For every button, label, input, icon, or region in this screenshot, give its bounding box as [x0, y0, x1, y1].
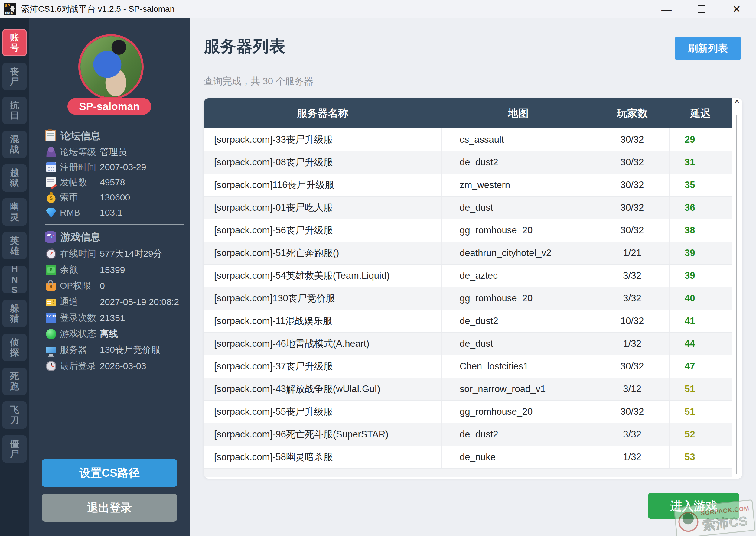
info-row-登录次数: 12 34登录次数21351 [29, 310, 189, 326]
map-cell: de_dust2 [441, 310, 595, 332]
server-row[interactable]: [sorpack.com]-55丧尸升级服gg_romhouse_2030/32… [204, 401, 732, 423]
info-value: 103.1 [100, 207, 122, 218]
server-row[interactable]: [sorpack.com]130丧尸竞价服gg_romhouse_203/324… [204, 287, 732, 310]
sidebar-tab-英雄[interactable]: 英雄 [2, 232, 27, 259]
ball-icon [46, 329, 56, 339]
info-label: 注册时间 [60, 161, 100, 174]
info-label: 索币 [60, 191, 100, 204]
info-row-在线时间: 在线时间577天14时29分 [29, 246, 189, 262]
server-row[interactable]: [sorpack.com]-08丧尸升级服de_dust230/3231 [204, 151, 732, 174]
server-row[interactable]: [sorpack.com]116丧尸升级服zm_western30/3235 [204, 174, 732, 196]
info-row-通道: 通道2027-05-19 20:08:2 [29, 294, 189, 310]
person-icon [46, 147, 56, 157]
info-value: 2027-05-19 20:08:2 [100, 297, 179, 307]
ping-cell: 51 [670, 378, 732, 400]
logout-button[interactable]: 退出登录 [42, 494, 177, 522]
players-cell: 1/21 [595, 242, 670, 264]
titlebar: SP CS1.6 索沛CS1.6对战平台 v1.2.5 - SP-saloman… [0, 0, 756, 18]
info-label: 服务器 [60, 344, 100, 356]
server-row[interactable]: [sorpack.com]-11混战娱乐服de_dust210/3241 [204, 310, 732, 333]
sidebar-tab-抗日[interactable]: 抗日 [2, 97, 27, 124]
server-row[interactable]: [sorpack.com]-58幽灵暗杀服de_nuke1/3253 [204, 446, 732, 469]
info-row-余额: 余额15399 [29, 262, 189, 278]
server-row[interactable]: [sorpack.com]-56丧尸升级服gg_romhouse_2030/32… [204, 219, 732, 242]
sidebar-tab-幽灵[interactable]: 幽灵 [2, 198, 27, 225]
scroll-up-icon[interactable]: ^ [732, 99, 742, 107]
minimize-button[interactable]: — [659, 2, 674, 16]
sidebar-tab-僵尸[interactable]: 僵尸 [2, 435, 27, 462]
sidebar-tab-账号[interactable]: 账号 [2, 29, 27, 56]
refresh-list-button[interactable]: 刷新列表 [675, 37, 741, 60]
server-row[interactable]: [sorpack.com]-54英雄救美服(Team.Liquid)de_azt… [204, 264, 732, 287]
ticket-icon [46, 299, 56, 306]
sidebar-tab-死跑[interactable]: 死跑 [2, 368, 27, 395]
set-cs-path-button[interactable]: 设置CS路径 [42, 459, 177, 487]
sidebar-tab-HNS[interactable]: HNS [2, 266, 27, 293]
close-button[interactable]: ✕ [729, 2, 744, 16]
info-label: 在线时间 [60, 248, 100, 260]
table-scrollbar[interactable]: ^ [732, 98, 742, 479]
ping-cell: 29 [670, 128, 732, 151]
info-row-注册时间: 注册时间2007-03-29 [29, 160, 189, 175]
server-row[interactable]: [sorpack.com]-01丧尸吃人服de_dust30/3236 [204, 196, 732, 219]
server-row[interactable]: [sorpack.com]-46地雷战模式(A.heart)de_dust1/3… [204, 333, 732, 355]
app-window: SP CS1.6 索沛CS1.6对战平台 v1.2.5 - SP-saloman… [0, 0, 756, 536]
page-title: 服务器列表 [204, 36, 286, 57]
table-body: [sorpack.com]-33丧尸升级服cs_assault30/3229[s… [204, 128, 742, 469]
info-label: 通道 [60, 296, 100, 308]
watermark-roundel-icon [677, 511, 700, 533]
ping-cell: 36 [670, 196, 732, 219]
scrollbar-thumb[interactable] [736, 115, 737, 474]
info-value: 2007-03-29 [100, 162, 146, 172]
players-cell: 30/32 [595, 219, 670, 242]
players-cell: 3/12 [595, 378, 670, 400]
info-label: 游戏状态 [60, 328, 100, 340]
ping-cell: 39 [670, 264, 732, 287]
1234-icon: 12 34 [46, 313, 56, 323]
server-row[interactable]: [sorpack.com]-96死亡死斗服(SuperSTAR)de_dust2… [204, 423, 732, 446]
app-logo-figure [10, 6, 15, 12]
user-panel: SP-saloman 论坛信息论坛等级管理员注册时间2007-03-29发帖数4… [29, 18, 189, 536]
players-cell: 30/32 [595, 128, 670, 151]
info-value: 2026-03-03 [100, 361, 146, 371]
map-cell: gg_romhouse_20 [441, 287, 595, 310]
map-cell: de_dust2 [441, 151, 595, 174]
app-logo-sp-text: SP [5, 3, 10, 8]
stopwatch-icon [46, 249, 56, 259]
info-label: RMB [60, 207, 100, 218]
forum-info-section: 论坛信息论坛等级管理员注册时间2007-03-29发帖数49578索币13060… [29, 127, 189, 220]
maximize-button[interactable] [694, 2, 709, 16]
info-row-最后登录: 最后登录2026-03-03 [29, 358, 189, 374]
sidebar-tab-混战[interactable]: 混战 [2, 131, 27, 158]
info-row-索币: 索币130600 [29, 190, 189, 205]
info-row-论坛等级: 论坛等级管理员 [29, 145, 189, 160]
sidebar-tab-丧尸[interactable]: 丧尸 [2, 63, 27, 90]
sidebar-tab-侦探[interactable]: 侦探 [2, 334, 27, 361]
server-row[interactable]: [sorpack.com]-33丧尸升级服cs_assault30/3229 [204, 128, 732, 151]
server-row[interactable]: [sorpack.com]-37丧尸升级服Chen_lostcities130/… [204, 355, 732, 378]
info-value: 0 [100, 281, 105, 291]
players-cell: 30/32 [595, 401, 670, 423]
server-table: 服务器名称地图玩家数延迟 [sorpack.com]-33丧尸升级服cs_ass… [204, 98, 742, 479]
section-divider [45, 224, 184, 225]
app-logo-icon: SP CS1.6 [4, 3, 16, 16]
server-name-cell: [sorpack.com]-58幽灵暗杀服 [204, 446, 441, 468]
column-header-玩家数: 玩家数 [595, 106, 670, 120]
window-title: 索沛CS1.6对战平台 v1.2.5 - SP-saloman [21, 3, 175, 15]
game-info-header: 游戏信息 [29, 228, 189, 246]
map-cell: gg_romhouse_20 [441, 401, 595, 423]
map-cell: deathrun_cityhotel_v2 [441, 242, 595, 264]
players-cell: 3/32 [595, 423, 670, 446]
server-row[interactable]: [sorpack.com]-43解放战争服(wUlaI.GuI)sor_narr… [204, 378, 732, 401]
table-header-row: 服务器名称地图玩家数延迟 [204, 98, 732, 128]
server-row[interactable]: [sorpack.com]-51死亡奔跑服()deathrun_cityhote… [204, 242, 732, 264]
server-name-cell: [sorpack.com]130丧尸竞价服 [204, 287, 441, 310]
info-label: OP权限 [60, 280, 100, 292]
sidebar-tab-越狱[interactable]: 越狱 [2, 164, 27, 192]
sidebar-tab-飞刀[interactable]: 飞刀 [2, 401, 27, 429]
ping-cell: 51 [670, 401, 732, 423]
forum-info-header: 论坛信息 [29, 127, 189, 145]
map-cell: Chen_lostcities1 [441, 355, 595, 378]
sidebar-tab-躲猫[interactable]: 躲猫 [2, 300, 27, 327]
server-name-cell: [sorpack.com]-37丧尸升级服 [204, 355, 441, 378]
